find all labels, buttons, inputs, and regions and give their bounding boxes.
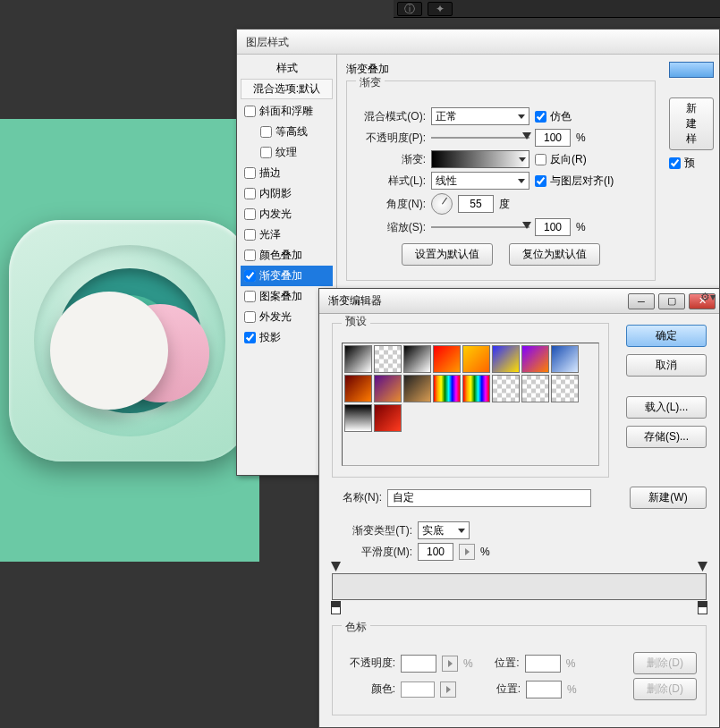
caret-down-icon <box>518 179 525 183</box>
blend-defaults-row[interactable]: 混合选项:默认 <box>241 79 333 99</box>
minimize-button[interactable]: ─ <box>628 293 655 309</box>
blend-mode-select[interactable]: 正常 <box>431 107 529 125</box>
layer-style-title[interactable]: 图层样式 <box>237 30 719 55</box>
style-checkbox[interactable] <box>244 188 256 199</box>
preset-swatch-4[interactable] <box>462 345 490 373</box>
preset-swatch-10[interactable] <box>403 375 431 402</box>
preset-swatch-0[interactable] <box>344 345 372 373</box>
smoothness-stepper[interactable] <box>459 544 475 560</box>
cancel-button[interactable]: 取消 <box>626 354 707 377</box>
style-checkbox[interactable] <box>244 167 256 179</box>
gradient-name-input[interactable] <box>387 489 591 507</box>
gradient-preview[interactable] <box>431 150 529 168</box>
dither-checkbox[interactable] <box>535 111 546 123</box>
style-checkbox[interactable] <box>244 291 256 302</box>
opacity-label: 不透明度(P): <box>356 131 426 146</box>
style-row-内阴影[interactable]: 内阴影 <box>241 183 333 204</box>
style-checkbox[interactable] <box>244 229 256 241</box>
set-default-button[interactable]: 设置为默认值 <box>402 243 493 266</box>
style-checkbox[interactable] <box>244 250 256 261</box>
maximize-button[interactable]: ▢ <box>658 293 685 309</box>
preset-swatch-7[interactable] <box>551 345 579 373</box>
preset-swatch-1[interactable] <box>374 345 402 373</box>
preset-swatch-2[interactable] <box>403 345 431 373</box>
preset-swatch-17[interactable] <box>374 404 402 432</box>
reset-default-button[interactable]: 复位为默认值 <box>509 243 600 266</box>
style-checkbox[interactable] <box>244 270 256 282</box>
color-stop-right[interactable] <box>698 601 707 614</box>
style-checkbox[interactable] <box>260 147 272 158</box>
style-label: 颜色叠加 <box>259 248 302 263</box>
style-label: 光泽 <box>259 227 281 242</box>
style-label: 外发光 <box>259 309 292 325</box>
style-row-纹理[interactable]: 纹理 <box>241 142 333 163</box>
info-icon[interactable]: ⓘ <box>397 2 422 16</box>
style-label: 图案叠加 <box>259 289 302 304</box>
angle-input[interactable] <box>458 195 494 213</box>
preview-checkbox[interactable] <box>669 157 681 169</box>
opacity-stop-left[interactable] <box>331 562 341 571</box>
caret-down-icon <box>519 157 526 162</box>
preset-swatch-8[interactable] <box>344 375 372 402</box>
presets-box[interactable] <box>342 343 599 466</box>
new-style-button[interactable]: 新建样 <box>669 97 714 150</box>
artwork-icon <box>9 220 250 461</box>
style-list-header[interactable]: 样式 <box>241 58 333 79</box>
caret-down-icon <box>518 114 525 119</box>
blend-mode-label: 混合模式(O): <box>356 109 426 124</box>
style-row-颜色叠加[interactable]: 颜色叠加 <box>241 245 333 266</box>
style-checkbox[interactable] <box>244 106 256 117</box>
opacity-input[interactable] <box>535 129 571 147</box>
preset-swatch-13[interactable] <box>492 375 520 402</box>
style-row-内发光[interactable]: 内发光 <box>241 204 333 224</box>
new-gradient-button[interactable]: 新建(W) <box>630 487 707 509</box>
style-row-描边[interactable]: 描边 <box>241 163 333 183</box>
icon-circle-white <box>50 292 168 410</box>
document-canvas[interactable] <box>0 119 259 562</box>
smoothness-input[interactable] <box>418 543 453 561</box>
preset-swatch-11[interactable] <box>433 375 461 402</box>
save-button[interactable]: 存储(S)... <box>626 426 707 448</box>
percent-label: % <box>576 221 586 233</box>
preset-swatch-15[interactable] <box>551 375 579 402</box>
preset-swatch-9[interactable] <box>374 375 402 402</box>
gradient-type-select[interactable]: 实底 <box>418 521 470 539</box>
reverse-checkbox[interactable] <box>535 154 546 165</box>
preset-swatch-16[interactable] <box>344 404 372 432</box>
wand-icon[interactable]: ✦ <box>428 2 453 16</box>
load-button[interactable]: 载入(L)... <box>626 396 707 419</box>
preset-swatch-12[interactable] <box>462 375 490 402</box>
angle-dial[interactable] <box>431 193 453 215</box>
style-row-渐变叠加[interactable]: 渐变叠加 <box>241 266 333 286</box>
color-stop-left[interactable] <box>331 601 341 614</box>
stops-label: 色标 <box>342 620 370 635</box>
preset-swatch-3[interactable] <box>433 345 461 373</box>
style-row-等高线[interactable]: 等高线 <box>241 122 333 142</box>
style-label: 等高线 <box>275 124 308 140</box>
scale-input[interactable] <box>535 218 571 236</box>
ok-button[interactable]: 确定 <box>626 325 707 347</box>
delete-opacity-stop-button: 删除(D) <box>633 652 697 674</box>
style-label: 纹理 <box>275 145 297 160</box>
gradient-style-select[interactable]: 线性 <box>431 172 529 190</box>
style-label: 渐变叠加 <box>259 268 302 284</box>
style-checkbox[interactable] <box>244 311 256 323</box>
opacity-stop-right[interactable] <box>698 562 707 571</box>
top-primary-button[interactable] <box>669 62 714 78</box>
style-label: 描边 <box>259 165 281 181</box>
align-checkbox[interactable] <box>535 175 546 187</box>
preset-swatch-5[interactable] <box>492 345 520 373</box>
gradient-bar[interactable] <box>332 573 707 600</box>
style-checkbox[interactable] <box>244 332 256 343</box>
scale-slider[interactable] <box>431 219 529 235</box>
style-checkbox[interactable] <box>260 126 272 138</box>
style-row-光泽[interactable]: 光泽 <box>241 224 333 245</box>
gradient-editor-titlebar[interactable]: 渐变编辑器 ─ ▢ ✕ <box>319 289 719 314</box>
style-row-斜面和浮雕[interactable]: 斜面和浮雕 <box>241 101 333 122</box>
style-checkbox[interactable] <box>244 208 256 220</box>
stop-position-input <box>525 655 561 673</box>
preset-swatch-14[interactable] <box>521 375 549 402</box>
gear-icon[interactable]: ⚙▾ <box>700 291 716 303</box>
opacity-slider[interactable] <box>431 130 529 146</box>
preset-swatch-6[interactable] <box>521 345 549 373</box>
